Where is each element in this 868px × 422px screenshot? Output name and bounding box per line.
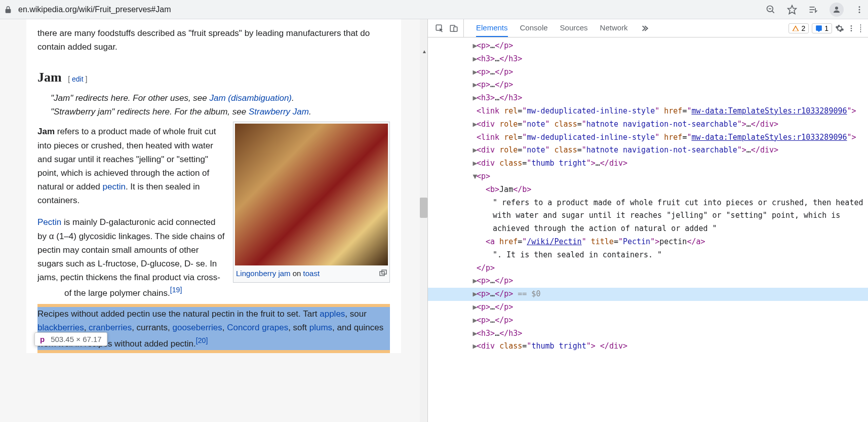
dom-node[interactable]: ▶<p>…</p> [428,301,868,314]
svg-marker-3 [788,5,797,14]
thumbnail-box: Lingonberry jam on toast [233,122,390,283]
devtools-menu-icon[interactable] [847,24,855,32]
caption-link-lingonberry[interactable]: Lingonberry jam [236,269,291,278]
browser-toolbar: en.wikipedia.org/wiki/Fruit_preserves#Ja… [0,0,868,19]
hatnote-jam: "Jam" redirects here. For other uses, se… [37,91,390,105]
scroll-up-arrow[interactable]: ▲ [422,49,427,54]
dom-node-close[interactable]: </p> [428,262,868,275]
section-heading: Jam [37,70,62,85]
url-bar[interactable]: en.wikipedia.org/wiki/Fruit_preserves#Ja… [18,5,766,14]
dom-node[interactable]: ▶<p>…</p> [428,79,868,92]
profile-avatar[interactable] [830,3,844,17]
citation-19[interactable]: [19] [170,286,182,294]
bookmark-star-icon[interactable] [787,5,797,15]
devtools-panel: Elements Console Sources Network 2 1 ┊ ▶… [427,19,868,422]
dom-text-node[interactable]: " refers to a product made of whole frui… [428,197,868,236]
dom-node[interactable]: ▶<h3>…</h3> [428,327,868,340]
svg-point-9 [859,9,860,10]
svg-point-16 [851,25,852,27]
plums-link[interactable]: plums [309,323,332,332]
dom-node-expanded-p[interactable]: ▼<p> [428,170,868,183]
svg-point-7 [835,7,838,10]
warnings-badge[interactable]: 2 [788,23,809,33]
thumbnail-image[interactable] [235,124,388,265]
page-viewport: there are many foodstuffs described as "… [0,19,427,422]
tab-network[interactable]: Network [600,19,628,37]
thumbnail-caption: Lingonberry jam on toast [235,265,388,281]
dom-node[interactable]: ▶<p>…</p> [428,314,868,327]
tab-sources[interactable]: Sources [560,19,588,37]
inspect-element-icon[interactable] [435,24,444,33]
enlarge-icon[interactable] [379,267,387,280]
dom-node[interactable]: ▶<p>…</p> [428,275,868,288]
dom-node[interactable]: ▶<h3>…</h3> [428,92,868,105]
svg-rect-15 [454,27,457,31]
edit-link[interactable]: edit [72,75,84,83]
dom-node[interactable]: ▶<p>…</p> [428,66,868,79]
svg-point-18 [851,30,852,31]
dom-node-link[interactable]: <link rel="mw-deduplicated-inline-style"… [428,105,868,118]
elements-tree[interactable]: ▶<p>…</p> ▶<h3>…</h3> ▶<p>…</p> ▶<p>…</p… [428,37,868,422]
issues-badge[interactable]: 1 [812,23,832,33]
citation-20[interactable]: [20] [196,336,208,344]
zoom-icon[interactable] [766,5,776,15]
more-tabs-icon[interactable] [640,24,648,32]
hatnote-strawberry: "Strawberry jam" redirects here. For the… [37,105,390,119]
page-scroll-thumb[interactable] [420,198,427,218]
dom-node[interactable]: ▶<div class="thumb tright">…</div> [428,157,868,170]
svg-point-17 [851,27,852,29]
disambig-link[interactable]: Jam (disambiguation) [209,93,292,103]
tab-console[interactable]: Console [520,19,548,37]
blackberries-link[interactable]: blackberries [37,323,84,332]
devtools-settings-icon[interactable] [835,24,844,33]
album-link[interactable]: Strawberry Jam [249,107,309,117]
article-content: there are many foodstuffs described as "… [26,19,401,353]
tab-elements[interactable]: Elements [476,19,508,37]
dom-text-node[interactable]: ". It is then sealed in containers. " [428,249,868,262]
page-scrollbar[interactable] [420,19,427,422]
gooseberries-link[interactable]: gooseberries [172,323,222,332]
pectin-link[interactable]: pectin [103,182,126,191]
device-toggle-icon[interactable] [449,24,458,33]
edit-section: [ edit ] [64,75,87,83]
dom-node-link[interactable]: <link rel="mw-deduplicated-inline-style"… [428,131,868,144]
intro-paragraph: there are many foodstuffs described as "… [37,19,390,54]
devtools-close-separator: ┊ [858,24,863,33]
dom-node[interactable]: ▶<div role="note" class="hatnote navigat… [428,144,868,157]
lock-icon[interactable] [4,6,12,14]
caption-link-toast[interactable]: toast [303,269,320,278]
devtools-toolbar: Elements Console Sources Network 2 1 ┊ [428,19,868,37]
apples-link[interactable]: apples [320,309,345,319]
dom-node-selected[interactable]: ⋯▶<p>…</p> == $0 [428,288,868,301]
svg-point-10 [859,11,860,13]
dom-node[interactable]: ▶<div role="note" class="hatnote navigat… [428,118,868,131]
pectin-link-2[interactable]: Pectin [37,217,61,227]
svg-line-1 [772,11,774,13]
concord-grapes-link[interactable]: Concord grapes [227,323,288,332]
svg-point-8 [859,6,860,8]
browser-menu-icon[interactable] [855,5,864,14]
dom-node[interactable]: ▶<div class="thumb tright"> </div> [428,340,868,353]
element-dimensions-tooltip: p 503.45 × 67.17 [34,332,107,346]
reading-list-icon[interactable] [808,5,818,15]
dom-node[interactable]: <b>Jam</b> [428,183,868,197]
dom-node[interactable]: ▶<p>…</p> [428,40,868,53]
dom-node[interactable]: ▶<h3>…</h3> [428,53,868,66]
cranberries-link[interactable]: cranberries [89,323,132,332]
dom-node[interactable]: <a href="/wiki/Pectin" title="Pectin">pe… [428,236,868,249]
